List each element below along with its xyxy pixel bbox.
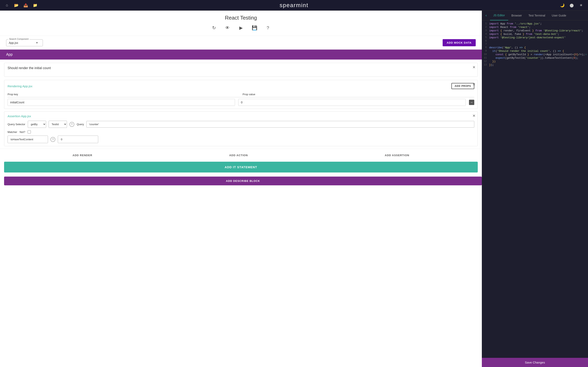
not-checkbox[interactable] — [27, 130, 31, 133]
add-it-statement-button[interactable]: ADD IT STATEMENT — [4, 162, 478, 173]
search-component-select[interactable]: App.jsx — [9, 41, 22, 44]
tab-test-terminal[interactable]: Test Terminal — [525, 11, 548, 20]
add-props-button[interactable]: ADD PROPS — [451, 83, 474, 89]
prop-key-header: Prop key — [8, 93, 239, 96]
matcher-help-icon[interactable]: ? — [51, 137, 55, 142]
code-line-11: 11 expect(getByTestId('counter')).toHave… — [482, 56, 588, 60]
test-block-title: Should render the initial count — [8, 66, 474, 70]
add-render-button[interactable]: ADD RENDER — [69, 152, 95, 158]
code-line-13: 13 }); — [482, 63, 588, 67]
code-line-3: 3 import { render, fireEvent } from '@te… — [482, 29, 588, 33]
component-header: App — [0, 50, 482, 59]
render-block: ✕ Rendering App.jsx ADD PROPS Prop key P… — [4, 80, 478, 109]
save-changes-label: Save Changes — [525, 361, 545, 364]
home-icon[interactable]: ⌂ — [4, 2, 10, 8]
matcher-value-row: ? — [8, 136, 474, 143]
assertion-block: ✕ Assertion App.jsx Query Selector getBy… — [4, 111, 478, 146]
add-assertion-button[interactable]: ADD ASSERTION — [381, 152, 413, 158]
tab-js-editor[interactable]: JS Editor — [490, 11, 508, 20]
code-line-4: 4 import { build, fake } from 'test-data… — [482, 33, 588, 36]
query-selector-select[interactable]: getBy — [28, 121, 46, 128]
search-component-label: Search Component — [8, 38, 29, 40]
tab-user-guide[interactable]: User Guide — [548, 11, 570, 20]
panel-title: React Testing — [0, 11, 482, 24]
add-action-button[interactable]: ADD ACTION — [226, 152, 251, 158]
assertion-component: App.jsx — [21, 114, 31, 118]
code-line-7: 7 — [482, 43, 588, 46]
back-button[interactable]: ‹ — [484, 13, 488, 17]
right-panel-tabs: ‹ JS Editor Browser Test Terminal User G… — [482, 11, 588, 20]
refresh-icon[interactable]: ↻ — [210, 24, 218, 32]
code-line-10: 10 const { getByTestId } = render(<App i… — [482, 53, 588, 56]
add-mock-data-button[interactable]: ADD MOCK DATA — [443, 39, 476, 46]
code-line-2: 2 import React from 'react'; — [482, 25, 588, 29]
right-panel: ‹ JS Editor Browser Test Terminal User G… — [482, 11, 588, 367]
prop-table-header: Prop key Prop value — [8, 92, 474, 97]
code-line-1: 1 import App from '../src/App.jsx'; — [482, 22, 588, 25]
query-type-select[interactable]: TestId — [49, 121, 67, 128]
query-help-icon[interactable]: ? — [69, 122, 74, 127]
main-layout: React Testing ↻ 👁 ▶ 💾 ? Search Component… — [0, 11, 588, 367]
header: ⌂ 📂 📤 📁 spearmint 🌙 ⬤ ☀ — [0, 0, 588, 11]
folder-icon[interactable]: 📁 — [32, 2, 38, 8]
test-block-close-button[interactable]: ✕ — [472, 65, 476, 69]
left-panel: React Testing ↻ 👁 ▶ 💾 ? Search Component… — [0, 11, 482, 367]
assertion-block-close-button[interactable]: ✕ — [472, 114, 476, 118]
prop-row: – — [8, 99, 474, 106]
search-component-group: Search Component App.jsx ▼ — [6, 39, 43, 46]
matcher-value-input[interactable] — [58, 136, 98, 143]
code-line-9: 9 it('Should render the initial count', … — [482, 49, 588, 53]
not-label: Not? — [20, 131, 25, 133]
test-block: ✕ Should render the initial count — [4, 63, 478, 77]
header-left-icons: ⌂ 📂 📤 📁 — [4, 2, 38, 8]
add-describe-block-button[interactable]: ADD DESCRIBE BLOCK — [4, 176, 482, 185]
assertion-matcher-row: Matcher Not? — [8, 130, 474, 133]
dropdown-arrow-icon: ▼ — [36, 42, 38, 44]
prop-value-header: Prop value — [242, 93, 474, 96]
tab-browser[interactable]: Browser — [508, 11, 525, 20]
prop-key-input[interactable] — [8, 99, 235, 106]
prop-delete-button[interactable]: – — [469, 100, 474, 105]
query-label: Query — [77, 123, 84, 126]
assertion-label: Assertion — [8, 114, 20, 118]
render-block-close-button[interactable]: ✕ — [472, 82, 476, 87]
assertion-query-row: Query Selector getBy TestId ? Query — [8, 121, 474, 128]
query-selector-label: Query Selector — [8, 123, 25, 126]
search-section: Search Component App.jsx ▼ ADD MOCK DATA — [0, 36, 482, 50]
code-editor: 1 import App from '../src/App.jsx'; 2 im… — [482, 20, 588, 358]
render-block-header: Rendering App.jsx ADD PROPS — [8, 83, 474, 89]
file-export-icon[interactable]: 📤 — [23, 2, 29, 8]
sun-icon[interactable]: ☀ — [578, 2, 584, 8]
save-icon[interactable]: 💾 — [251, 24, 258, 32]
help-icon[interactable]: ? — [264, 24, 272, 32]
matcher-label: Matcher — [8, 131, 17, 133]
eye-icon[interactable]: 👁 — [224, 24, 231, 32]
code-line-6: 6 — [482, 39, 588, 43]
code-line-12: 12 }) — [482, 60, 588, 63]
app-title: spearmint — [280, 2, 309, 8]
prop-value-input[interactable] — [238, 99, 466, 106]
play-icon[interactable]: ▶ — [237, 24, 245, 32]
header-right-icons: 🌙 ⬤ ☀ — [559, 2, 584, 8]
save-changes-bar[interactable]: Save Changes — [482, 358, 588, 367]
code-line-5: 5 import '@testing-library/jest-dom/exte… — [482, 36, 588, 39]
code-line-8: 8 describe('App', () => { — [482, 46, 588, 49]
render-title: Rendering App.jsx — [8, 84, 33, 88]
actions-row: ADD RENDER ADD ACTION ADD ASSERTION — [0, 149, 482, 162]
matcher-input[interactable] — [8, 136, 48, 143]
query-input[interactable] — [86, 121, 474, 128]
folder-open-icon[interactable]: 📂 — [13, 2, 19, 8]
render-label: Rendering — [8, 84, 22, 88]
assertion-title: Assertion App.jsx — [8, 114, 474, 118]
toolbar: ↻ 👁 ▶ 💾 ? — [0, 24, 482, 36]
circle-icon[interactable]: ⬤ — [569, 2, 575, 8]
dark-mode-icon[interactable]: 🌙 — [559, 2, 565, 8]
render-component-name: App.jsx — [22, 84, 33, 88]
